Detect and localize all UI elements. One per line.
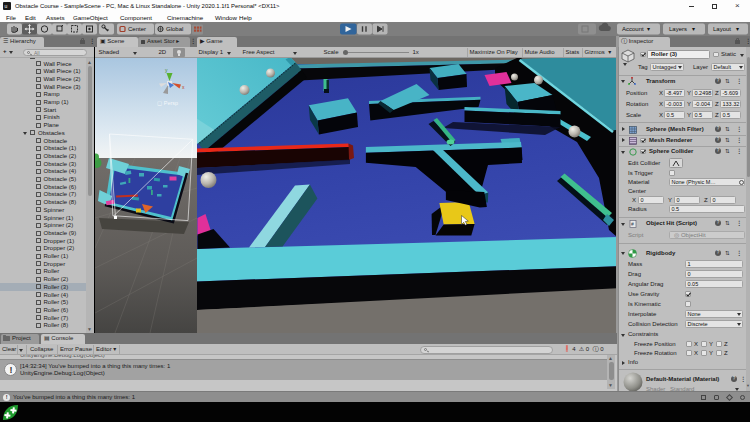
svg-text:#: # — [631, 221, 634, 227]
svg-text:▢ Persp: ▢ Persp — [157, 100, 178, 106]
